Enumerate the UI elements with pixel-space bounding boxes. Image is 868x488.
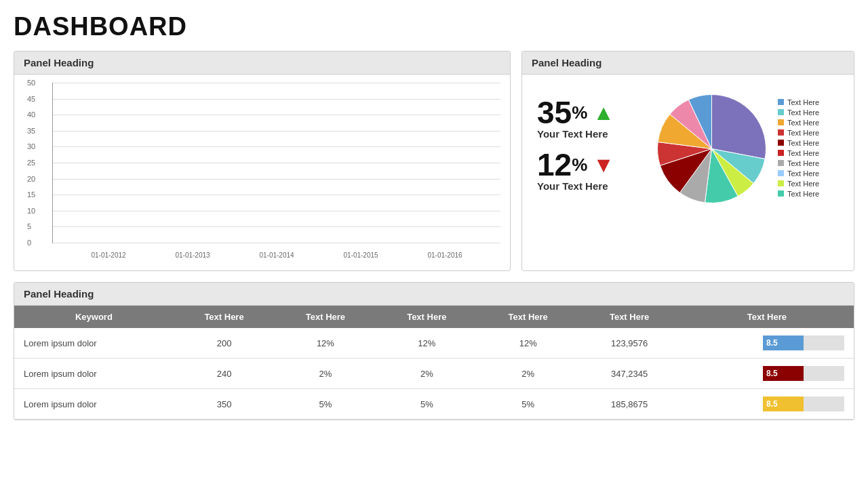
table-header-col: Text Here xyxy=(680,306,854,328)
bar-chart-panel: Panel Heading 5045403530252015105001-01-… xyxy=(14,51,511,271)
table-cell: 200 xyxy=(174,328,275,359)
table-header-col: Text Here xyxy=(174,306,275,328)
table-header-col: Text Here xyxy=(477,306,578,328)
pie-content: 35% ▲ Your Text Here 12% ▼ Your Text Her… xyxy=(532,83,844,215)
legend-color-dot xyxy=(778,170,784,176)
table-cell: 12% xyxy=(376,328,477,359)
x-axis-label: 01-01-2014 xyxy=(259,251,294,259)
stat-label-1: Your Text Here xyxy=(537,128,646,140)
legend-label: Text Here xyxy=(787,119,819,127)
progress-bar-label: 8.5 xyxy=(766,369,778,378)
legend-color-dot xyxy=(778,119,784,125)
stat-value-1: 35 xyxy=(537,97,572,128)
legend-label: Text Here xyxy=(787,129,819,137)
legend-item: Text Here xyxy=(778,149,839,157)
table-cell-progress: 8.5 xyxy=(680,389,854,420)
progress-bar-fill: 8.5 xyxy=(763,336,804,350)
pie-stats: 35% ▲ Your Text Here 12% ▼ Your Text Her… xyxy=(537,97,646,201)
table-header-row: KeywordText HereText HereText HereText H… xyxy=(14,306,854,328)
table-panel: Panel Heading KeywordText HereText HereT… xyxy=(14,282,854,420)
table-cell: 123,9576 xyxy=(578,328,679,359)
pie-chart-wrapper xyxy=(652,89,771,208)
y-axis-label: 0 xyxy=(27,239,31,247)
legend-color-dot xyxy=(778,99,784,105)
legend-item: Text Here xyxy=(778,98,839,106)
legend-color-dot xyxy=(778,190,784,197)
y-axis-label: 25 xyxy=(27,159,35,167)
table-header-col: Text Here xyxy=(376,306,477,328)
y-axis-label: 40 xyxy=(27,110,35,119)
legend-label: Text Here xyxy=(787,149,819,157)
legend-item: Text Here xyxy=(778,108,839,117)
table-header-col: Text Here xyxy=(275,306,376,328)
x-labels: 01-01-201201-01-201301-01-201401-01-2015… xyxy=(53,251,500,259)
stat-number-2: 12% ▼ xyxy=(537,149,646,180)
table-row: Lorem ipsum dolor20012%12%12%123,95768.5 xyxy=(14,328,854,359)
pie-panel-body: 35% ▲ Your Text Here 12% ▼ Your Text Her… xyxy=(522,75,854,223)
y-axis-label: 20 xyxy=(27,175,35,183)
dashboard-title: DASHBOARD xyxy=(14,12,854,41)
table-cell: 240 xyxy=(174,359,275,389)
x-axis-label: 01-01-2015 xyxy=(343,251,378,259)
progress-bar-label: 8.5 xyxy=(766,338,778,348)
top-row: Panel Heading 5045403530252015105001-01-… xyxy=(14,51,854,271)
table-cell: 2% xyxy=(477,359,578,389)
table-cell-keyword: Lorem ipsum dolor xyxy=(14,328,174,359)
grid-line xyxy=(53,243,500,243)
table-cell: 2% xyxy=(275,359,376,389)
data-table: KeywordText HereText HereText HereText H… xyxy=(14,306,854,420)
y-axis-label: 50 xyxy=(27,79,35,87)
progress-bar-fill: 8.5 xyxy=(763,396,804,411)
y-axis-label: 30 xyxy=(27,142,35,150)
stat-number-1: 35% ▲ xyxy=(537,97,646,128)
legend-item: Text Here xyxy=(778,159,839,167)
legend-color-dot xyxy=(778,109,784,115)
x-axis-label: 01-01-2013 xyxy=(175,251,210,259)
bar-panel-heading: Panel Heading xyxy=(14,52,510,75)
stat-label-2: Your Text Here xyxy=(537,180,646,192)
legend-item: Text Here xyxy=(778,139,839,147)
legend-color-dot xyxy=(778,180,784,186)
table-cell: 2% xyxy=(376,359,477,389)
legend-item: Text Here xyxy=(778,169,839,178)
progress-bar-bg: 8.5 xyxy=(763,336,844,350)
table-cell: 12% xyxy=(275,328,376,359)
y-axis-label: 5 xyxy=(27,222,31,230)
legend-item: Text Here xyxy=(778,129,839,137)
progress-bar-label: 8.5 xyxy=(766,399,778,409)
progress-bar-bg: 8.5 xyxy=(763,366,844,381)
table-cell-progress: 8.5 xyxy=(680,328,854,359)
stat-block-2: 12% ▼ Your Text Here xyxy=(537,149,646,192)
legend-label: Text Here xyxy=(787,180,819,188)
y-axis-label: 45 xyxy=(27,95,35,103)
table-header-col: Text Here xyxy=(578,306,679,328)
arrow-up-icon: ▲ xyxy=(593,102,614,123)
pie-legend: Text HereText HereText HereText HereText… xyxy=(778,98,839,200)
x-axis-label: 01-01-2012 xyxy=(91,251,125,259)
table-cell: 5% xyxy=(275,389,376,420)
table-cell: 350 xyxy=(174,389,275,420)
pie-slice xyxy=(712,95,766,159)
y-axis-label: 15 xyxy=(27,190,35,199)
bar-panel-body: 5045403530252015105001-01-201201-01-2013… xyxy=(14,75,510,270)
legend-label: Text Here xyxy=(787,159,819,167)
table-cell: 347,2345 xyxy=(578,359,679,389)
legend-item: Text Here xyxy=(778,119,839,127)
table-body: Lorem ipsum dolor20012%12%12%123,95768.5… xyxy=(14,328,854,420)
table-cell-keyword: Lorem ipsum dolor xyxy=(14,359,174,389)
progress-bar-bg: 8.5 xyxy=(763,396,844,411)
legend-label: Text Here xyxy=(787,98,819,106)
pie-panel-heading: Panel Heading xyxy=(522,52,854,75)
table-cell-keyword: Lorem ipsum dolor xyxy=(14,389,174,420)
legend-item: Text Here xyxy=(778,180,839,188)
stat-block-1: 35% ▲ Your Text Here xyxy=(537,97,646,140)
legend-color-dot xyxy=(778,150,784,156)
legend-label: Text Here xyxy=(787,190,819,198)
legend-item: Text Here xyxy=(778,190,839,198)
y-axis-label: 35 xyxy=(27,127,35,135)
legend-label: Text Here xyxy=(787,169,819,178)
x-axis-label: 01-01-2016 xyxy=(427,251,462,259)
legend-color-dot xyxy=(778,140,784,146)
table-cell: 5% xyxy=(376,389,477,420)
bar-groups xyxy=(53,83,500,243)
